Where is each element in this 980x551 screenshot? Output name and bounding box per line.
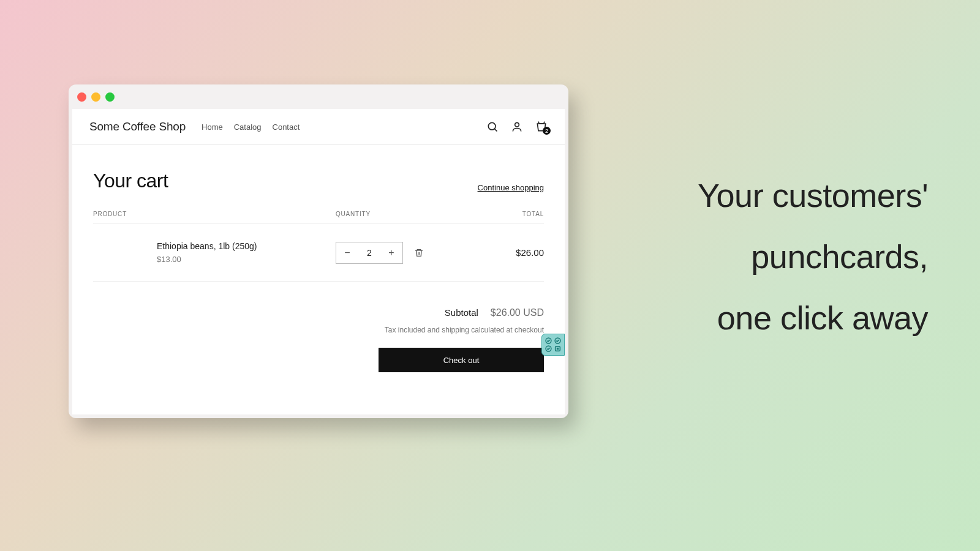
window-close-icon[interactable]	[77, 92, 86, 102]
qty-decrement-button[interactable]: −	[336, 242, 358, 263]
punchcard-widget-icon[interactable]	[541, 334, 565, 356]
window-titlebar	[69, 84, 568, 109]
account-icon[interactable]	[511, 121, 523, 133]
subtotal-value: $26.00 USD	[491, 307, 544, 318]
cart-body: Your cart Continue shopping PRODUCT QUAN…	[72, 145, 565, 414]
nav-contact[interactable]: Contact	[273, 122, 300, 132]
tax-note: Tax included and shipping calculated at …	[385, 326, 544, 334]
headline-line1: Your customers'	[698, 165, 928, 227]
qty-input[interactable]	[358, 242, 380, 263]
col-quantity: QUANTITY	[336, 211, 470, 217]
shop-brand[interactable]: Some Coffee Shop	[89, 120, 186, 133]
svg-point-2	[515, 122, 519, 127]
product-name[interactable]: Ethiopia beans, 1lb (250g)	[157, 241, 336, 251]
svg-line-1	[494, 129, 497, 131]
headline-line3: one click away	[698, 288, 928, 349]
page-title: Your cart	[93, 170, 168, 192]
nav-catalog[interactable]: Catalog	[234, 122, 262, 132]
nav-home[interactable]: Home	[202, 122, 223, 132]
col-total: TOTAL	[470, 211, 544, 217]
quantity-stepper: − +	[336, 242, 403, 264]
headline-line2: punchcards,	[698, 227, 928, 288]
cart-table-header: PRODUCT QUANTITY TOTAL	[93, 211, 544, 224]
search-icon[interactable]	[486, 121, 499, 133]
product-price: $13.00	[157, 255, 336, 264]
window-minimize-icon[interactable]	[91, 92, 100, 102]
header-icons: 2	[486, 121, 548, 133]
col-product: PRODUCT	[93, 211, 336, 217]
primary-nav: Home Catalog Contact	[202, 122, 300, 132]
remove-item-icon[interactable]	[414, 248, 424, 258]
cart-badge: 2	[543, 127, 551, 135]
marketing-headline: Your customers' punchcards, one click aw…	[698, 165, 928, 349]
cart-summary: Subtotal $26.00 USD Tax included and shi…	[93, 307, 544, 372]
svg-point-0	[488, 122, 496, 130]
cart-icon[interactable]: 2	[535, 121, 548, 133]
subtotal-label: Subtotal	[445, 307, 478, 318]
window-maximize-icon[interactable]	[105, 92, 115, 102]
line-total: $26.00	[470, 247, 544, 258]
qty-increment-button[interactable]: +	[380, 242, 402, 263]
browser-window: Some Coffee Shop Home Catalog Contact 2	[69, 84, 568, 418]
shop-header: Some Coffee Shop Home Catalog Contact 2	[72, 109, 565, 145]
checkout-button[interactable]: Check out	[379, 348, 544, 372]
continue-shopping-link[interactable]: Continue shopping	[478, 183, 544, 192]
cart-line-item: Ethiopia beans, 1lb (250g) $13.00 − + $2…	[93, 224, 544, 282]
svg-rect-9	[557, 348, 559, 350]
page-viewport: Some Coffee Shop Home Catalog Contact 2	[72, 109, 565, 414]
